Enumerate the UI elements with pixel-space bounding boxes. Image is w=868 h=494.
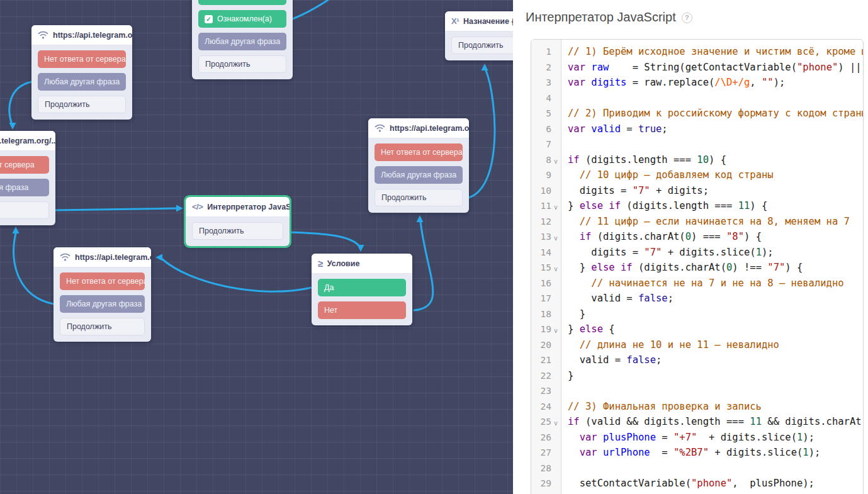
flow-canvas[interactable]: https://api.telegram.org/...Нет ответа о… <box>0 0 513 494</box>
code-line: 28 <box>531 461 863 476</box>
node-button[interactable]: Продолжить <box>198 55 286 73</box>
code-text: } else if (digits.charAt(0) !== "7") { <box>562 260 803 276</box>
wifi-icon <box>60 253 70 261</box>
code-line: 15v } else if (digits.charAt(0) !== "7")… <box>531 260 863 276</box>
node-button[interactable]: Нет ответа от сервера <box>0 156 49 174</box>
fold-arrow-icon[interactable]: v <box>551 414 562 430</box>
node-button[interactable]: Нет ответа от сервера <box>375 143 463 161</box>
code-line: 4 <box>531 91 863 106</box>
line-number: 23 <box>531 383 551 399</box>
flow-node-condition[interactable]: ≥УсловиеДаНет <box>312 254 412 325</box>
node-title: https://api.telegram.org/... <box>0 137 55 145</box>
flow-node-telegram-api-top-left[interactable]: https://api.telegram.org/...Нет ответа о… <box>31 25 132 120</box>
fold-arrow-icon[interactable]: v <box>551 229 562 245</box>
node-button[interactable]: Нет <box>318 301 406 319</box>
connection-edge[interactable] <box>414 222 433 310</box>
line-number: 29 <box>531 476 551 491</box>
node-button-label: Любая другая фраза <box>381 167 456 183</box>
node-button-label: Продолжить <box>458 38 503 53</box>
line-number: 9 <box>531 167 551 183</box>
connection-arrow-icon <box>358 245 364 252</box>
node-button-label: Продолжить <box>381 190 426 205</box>
wifi-icon <box>375 124 385 132</box>
connection-edge[interactable] <box>9 82 31 125</box>
node-button-label: Любая другая фраза <box>205 33 280 50</box>
node-button[interactable]: Нет ответа от сервера <box>60 272 145 290</box>
line-number: 15 <box>531 260 551 276</box>
panel-title-text: Интерпретатор JavaScript <box>526 10 676 25</box>
node-button[interactable]: Нет ответа от сервера <box>38 50 126 68</box>
fold-gutter <box>551 183 562 199</box>
code-text: var digits = raw.replace(/\D+/g, ""); <box>562 75 785 91</box>
flow-node-telegram-api-middle-right[interactable]: https://api.telegram.org/...Нет ответа о… <box>368 118 469 213</box>
code-line: 17 valid = false; <box>531 291 863 306</box>
code-line: 20 // длина не 10 и не 11 — невалидно <box>531 337 863 353</box>
fold-arrow-icon[interactable]: v <box>551 322 562 337</box>
code-line: 16 // начинается не на 7 и не на 8 — нев… <box>531 276 863 291</box>
node-button[interactable]: Продолжить <box>0 201 49 219</box>
line-number: 28 <box>531 461 551 476</box>
node-header[interactable]: X¹Назначение {* <box>445 11 513 31</box>
node-button[interactable]: Любая другая фраза <box>198 33 286 50</box>
fold-gutter <box>551 461 562 476</box>
connection-edge[interactable] <box>162 259 312 291</box>
node-header[interactable]: ≥Условие <box>312 254 412 274</box>
line-number: 25 <box>531 414 551 430</box>
code-line: 24// 3) Финальная проверка и запись <box>531 399 863 415</box>
code-text: } else if (digits.length === 11) { <box>562 198 767 214</box>
connection-edge[interactable] <box>469 70 495 198</box>
line-number: 26 <box>531 430 551 446</box>
code-editor[interactable]: 1// 1) Берём исходное значение и чистим … <box>531 39 864 494</box>
x1-icon: X¹ <box>451 16 459 26</box>
node-button-label: Любая другая фраза <box>44 74 120 90</box>
node-title: https://api.telegram.org/... <box>75 253 151 262</box>
node-button[interactable]: Да <box>318 279 406 296</box>
connection-arrow-icon <box>482 64 488 70</box>
node-button[interactable]: Любая другая фраза <box>375 166 463 184</box>
connection-arrow-icon <box>13 227 20 233</box>
fold-gutter <box>551 352 562 368</box>
flow-node-js-interpreter[interactable]: </>Интерпретатор JavaScri...Продолжить <box>186 197 290 246</box>
node-button[interactable]: Любая другая фраза <box>60 295 145 313</box>
code-text: if (digits.charAt(0) === "8") { <box>562 229 762 245</box>
node-button[interactable]: ✓Ознакомлен(а) <box>198 10 286 28</box>
connection-edge[interactable] <box>290 232 359 245</box>
fold-gutter <box>551 368 562 384</box>
node-title: https://api.telegram.org/... <box>390 124 469 133</box>
node-button[interactable]: Продолжить <box>60 318 145 335</box>
node-header[interactable]: </>Интерпретатор JavaScri... <box>186 197 290 217</box>
flow-node-message-top-middle[interactable]: https://api.telegram.org/...✓Ознакомлен(… <box>192 0 293 79</box>
fold-arrow-icon[interactable]: v <box>551 152 562 168</box>
node-header[interactable]: https://api.telegram.org/... <box>0 131 55 151</box>
node-header[interactable]: https://api.telegram.org/... <box>31 25 132 45</box>
node-button-label: Да <box>324 279 334 296</box>
line-number: 19 <box>531 322 551 337</box>
flow-node-telegram-api-left-edge[interactable]: https://api.telegram.org/...Нет ответа о… <box>0 131 55 225</box>
node-button[interactable] <box>198 0 286 5</box>
code-text <box>562 137 568 152</box>
flow-node-assign-variable[interactable]: X¹Назначение {*Продолжить <box>445 11 513 60</box>
node-header[interactable]: https://api.telegram.org/... <box>368 118 469 138</box>
fold-arrow-icon[interactable]: v <box>551 260 562 276</box>
code-line: 9 // 10 цифр — добавляем код страны <box>531 167 863 183</box>
wifi-icon <box>38 31 48 39</box>
connection-edge[interactable] <box>293 0 328 19</box>
node-button[interactable]: Любая другая фраза <box>0 179 49 196</box>
node-button[interactable]: Продолжить <box>451 36 513 54</box>
code-line: 25vif (valid && digits.length === 11 && … <box>531 414 863 430</box>
connection-edge[interactable] <box>55 208 178 210</box>
node-header[interactable]: https://api.telegram.org/... <box>54 247 151 267</box>
node-button-label: Продолжить <box>45 97 89 112</box>
help-icon[interactable]: ? <box>682 13 692 23</box>
node-button[interactable]: Продолжить <box>192 222 283 240</box>
flow-node-telegram-api-bottom-left[interactable]: https://api.telegram.org/...Нет ответа о… <box>54 247 151 342</box>
node-button[interactable]: Любая другая фраза <box>38 73 126 91</box>
fold-gutter <box>551 399 562 415</box>
fold-arrow-icon[interactable]: v <box>551 198 562 214</box>
line-number: 11 <box>531 198 551 214</box>
connection-edge[interactable] <box>14 233 54 304</box>
code-text: valid = false; <box>562 291 674 306</box>
fold-gutter <box>551 106 562 121</box>
node-button[interactable]: Продолжить <box>375 189 463 206</box>
node-button[interactable]: Продолжить <box>38 96 126 113</box>
